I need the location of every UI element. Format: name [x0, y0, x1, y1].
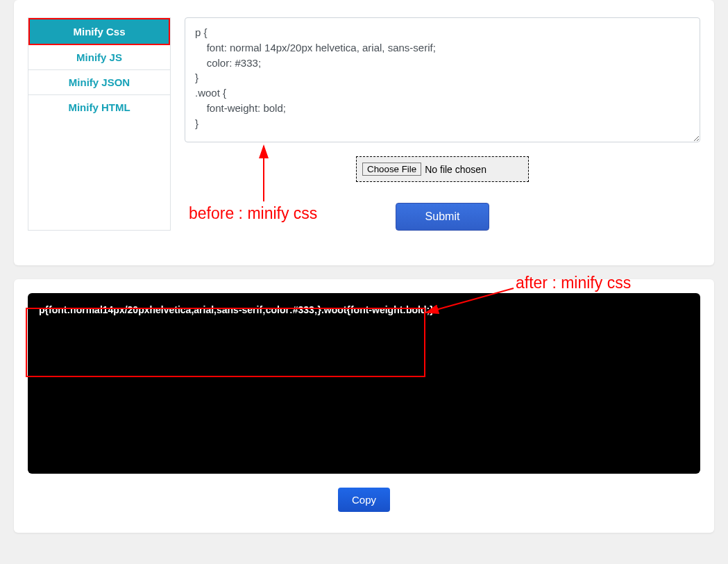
copy-button[interactable]: Copy	[338, 488, 390, 512]
output-panel: p{font:normal14px/20pxhelvetica,arial,sa…	[14, 279, 714, 533]
tab-minify-css[interactable]: Minify Css	[28, 18, 170, 45]
tab-minify-html[interactable]: Minify HTML	[28, 95, 170, 119]
tab-minify-js[interactable]: Minify JS	[28, 45, 170, 70]
file-picker: Choose File No file chosen	[356, 156, 529, 182]
submit-button[interactable]: Submit	[396, 203, 490, 231]
choose-file-button[interactable]: Choose File	[362, 163, 421, 176]
file-status-text: No file chosen	[425, 164, 486, 175]
minified-output: p{font:normal14px/20pxhelvetica,arial,sa…	[28, 293, 700, 474]
input-column: Choose File No file chosen Submit	[185, 17, 700, 231]
css-input[interactable]	[185, 17, 700, 142]
input-panel: Minify Css Minify JS Minify JSON Minify …	[14, 0, 714, 265]
tab-minify-json[interactable]: Minify JSON	[28, 70, 170, 95]
tabs-list: Minify Css Minify JS Minify JSON Minify …	[28, 17, 171, 231]
